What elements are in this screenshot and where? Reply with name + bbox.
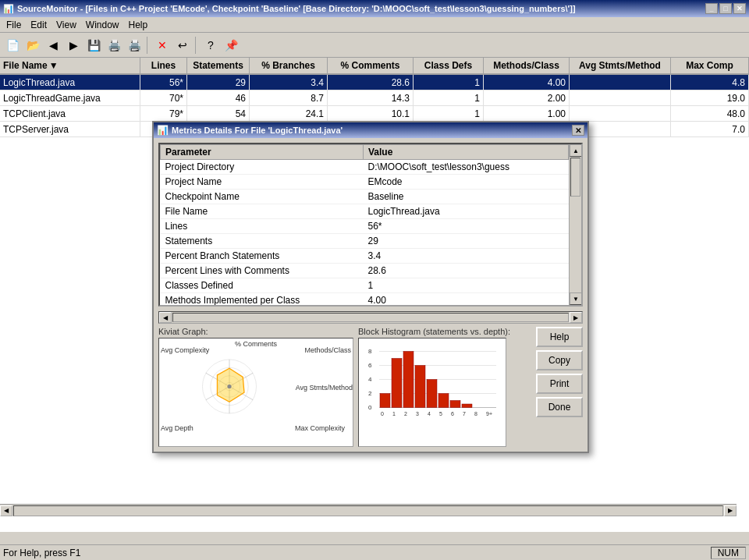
col-statements[interactable]: Statements: [187, 58, 250, 73]
svg-rect-27: [438, 394, 449, 408]
maximize-button[interactable]: □: [719, 3, 732, 14]
table-cell: 1: [414, 106, 484, 121]
param-name: Classes Defined: [161, 278, 364, 293]
table-cell: 2.00: [484, 90, 570, 105]
metrics-dialog: 📊 Metrics Details For File 'LogicThread.…: [152, 121, 589, 453]
help-button[interactable]: ?: [201, 36, 220, 55]
menu-window[interactable]: Window: [81, 18, 124, 32]
svg-rect-26: [427, 380, 437, 408]
dialog-title-bar: 📊 Metrics Details For File 'LogicThread.…: [154, 122, 587, 138]
dialog-icon: 📊: [157, 125, 169, 136]
separator2: [195, 37, 198, 54]
param-value: EMcode: [364, 175, 569, 190]
col-lines[interactable]: Lines: [140, 58, 187, 73]
kiviat-label: Kiviat Graph:: [158, 327, 353, 336]
table-cell: 46: [187, 90, 250, 105]
h-scrollbar[interactable]: ◀ ▶: [0, 504, 737, 516]
close-button[interactable]: ✕: [733, 3, 746, 14]
print-button[interactable]: Print: [536, 374, 583, 394]
save-button[interactable]: 💾: [84, 36, 103, 55]
done-button[interactable]: Done: [536, 397, 583, 417]
print-button[interactable]: 🖨️: [105, 36, 123, 55]
table-row[interactable]: LogicThreadGame.java70*468.714.312.0019.…: [0, 90, 749, 106]
menu-file[interactable]: File: [2, 18, 26, 32]
table-header: File Name ▼ Lines Statements % Branches …: [0, 58, 749, 75]
col-avg-stmts[interactable]: Avg Stmts/Method: [570, 58, 671, 73]
param-name: Percent Branch Statements: [161, 249, 364, 264]
param-name: Methods Implemented per Class: [161, 293, 364, 306]
dialog-close-button[interactable]: ✕: [572, 125, 584, 136]
table-cell: 28.6: [328, 75, 414, 90]
svg-rect-29: [462, 404, 472, 408]
menu-view[interactable]: View: [51, 18, 81, 32]
metrics-row: Project NameEMcode: [161, 175, 569, 190]
app-title: SourceMonitor - [Files in C++ Project 'E…: [17, 4, 705, 13]
col-pct-branches[interactable]: % Branches: [250, 58, 328, 73]
svg-text:0: 0: [381, 411, 384, 416]
table-cell: 19.0: [671, 90, 749, 105]
table-cell: 29: [187, 75, 250, 90]
param-value: D:\MOOC\soft_test\lesson3\guess: [364, 160, 569, 175]
svg-text:6: 6: [451, 411, 454, 416]
table-cell: 1.00: [484, 106, 570, 121]
metrics-row: File NameLogicThread.java: [161, 204, 569, 219]
param-name: Checkpoint Name: [161, 190, 364, 204]
metrics-row: Classes Defined1: [161, 278, 569, 293]
histogram-label: Block Histogram (statements vs. depth):: [358, 327, 528, 336]
undo-button[interactable]: ↩: [173, 36, 192, 55]
svg-text:2: 2: [404, 411, 407, 416]
svg-text:7: 7: [463, 411, 466, 416]
svg-rect-22: [380, 394, 390, 408]
dialog-buttons: Help Copy Print Done: [536, 327, 583, 417]
svg-text:8: 8: [474, 411, 477, 416]
forward-button[interactable]: ▶: [64, 36, 83, 55]
param-value: 56*: [364, 219, 569, 234]
dialog-hscroll[interactable]: ◀ ▶: [158, 311, 583, 324]
histogram-graph: 8 6 4 2 0: [358, 338, 506, 447]
dialog-title-text: Metrics Details For File 'LogicThread.ja…: [172, 126, 343, 135]
dialog-vscroll[interactable]: ▲ ▼: [569, 144, 581, 305]
col-filename[interactable]: File Name ▼: [0, 58, 140, 73]
param-value: 28.6: [364, 264, 569, 278]
metrics-table: Parameter Value Project DirectoryD:\MOOC…: [160, 144, 569, 305]
param-value: LogicThread.java: [364, 204, 569, 219]
help-button[interactable]: Help: [536, 327, 583, 347]
copy-button[interactable]: Copy: [536, 350, 583, 370]
pin-button[interactable]: 📌: [222, 36, 240, 55]
col-class-defs[interactable]: Class Defs: [414, 58, 484, 73]
open-button[interactable]: 📂: [23, 36, 42, 55]
svg-rect-23: [392, 359, 402, 408]
svg-text:9+: 9+: [486, 411, 492, 416]
param-value: 1: [364, 278, 569, 293]
back-button[interactable]: ◀: [44, 36, 62, 55]
param-value: 3.4: [364, 249, 569, 264]
col-max-comp[interactable]: Max Comp: [671, 58, 749, 73]
metrics-row: Percent Branch Statements3.4: [161, 249, 569, 264]
param-name: Lines: [161, 219, 364, 234]
table-cell: 24.1: [250, 106, 328, 121]
metrics-row: Percent Lines with Comments28.6: [161, 264, 569, 278]
svg-text:0: 0: [368, 404, 372, 411]
scroll-down-btn[interactable]: ▼: [570, 292, 582, 305]
table-row[interactable]: TCPClient.java79*5424.110.111.0048.0: [0, 106, 749, 122]
status-text: For Help, press F1: [3, 548, 80, 558]
menu-help[interactable]: Help: [124, 18, 153, 32]
param-name: Percent Lines with Comments: [161, 264, 364, 278]
param-value: Baseline: [364, 190, 569, 204]
stop-button[interactable]: ✕: [153, 36, 172, 55]
table-row[interactable]: LogicThread.java56*293.428.614.004.8: [0, 75, 749, 90]
new-button[interactable]: 📄: [3, 36, 22, 55]
minimize-button[interactable]: _: [705, 3, 718, 14]
table-cell: 10.1: [328, 106, 414, 121]
table-cell: [570, 75, 671, 90]
scroll-up-btn[interactable]: ▲: [570, 144, 582, 157]
table-cell: [570, 106, 671, 121]
print2-button[interactable]: 🖨️: [125, 36, 144, 55]
menu-edit[interactable]: Edit: [26, 18, 51, 32]
col-methods-class[interactable]: Methods/Class: [484, 58, 570, 73]
separator1: [147, 37, 150, 54]
table-cell: 14.3: [328, 90, 414, 105]
col-pct-comments[interactable]: % Comments: [328, 58, 414, 73]
svg-text:5: 5: [439, 411, 442, 416]
param-name: Project Directory: [161, 160, 364, 175]
